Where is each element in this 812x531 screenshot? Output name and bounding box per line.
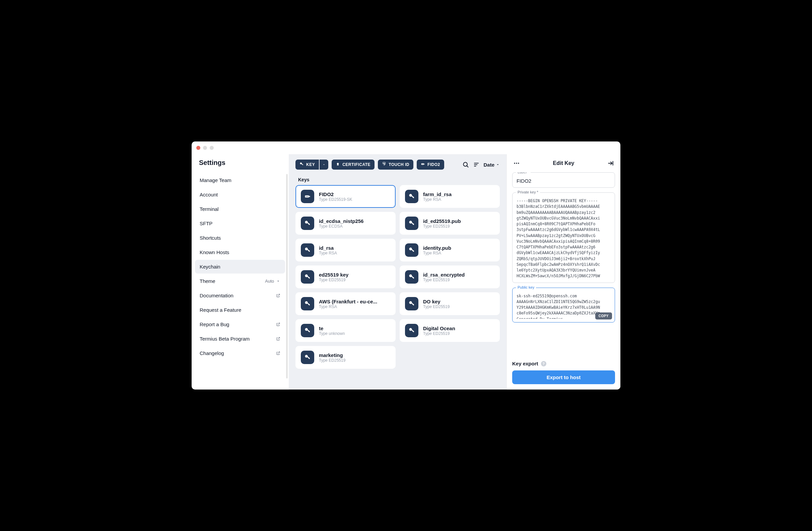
- key-type: Type ED25519: [423, 331, 455, 336]
- svg-rect-10: [474, 163, 479, 164]
- key-icon: [301, 297, 314, 310]
- svg-rect-14: [309, 196, 310, 197]
- help-icon[interactable]: ?: [541, 361, 546, 366]
- key-card[interactable]: DO key Type ED25519: [400, 292, 500, 315]
- sidebar-item-keychain[interactable]: Keychain: [195, 260, 285, 274]
- sidebar-item-terminal[interactable]: Terminal: [195, 202, 285, 216]
- key-name: AWS (Frankfurt - eu-ce...: [319, 299, 377, 304]
- key-icon: [405, 270, 418, 284]
- add-key-button[interactable]: KEY: [295, 159, 319, 170]
- key-type: Type ED25519: [423, 278, 465, 282]
- close-window-button[interactable]: [196, 146, 200, 150]
- key-card[interactable]: farm_id_rsa Type RSA: [400, 185, 500, 208]
- key-card[interactable]: id_ed25519.pub Type ED25519: [400, 212, 500, 235]
- external-link-icon: [276, 337, 280, 341]
- sort-select[interactable]: Date: [483, 162, 500, 168]
- sidebar-item-label: Changelog: [200, 350, 224, 356]
- public-key-field[interactable]: Public key sk-ssh-ed25519@openssh.com AA…: [512, 288, 615, 322]
- search-icon[interactable]: [462, 161, 469, 168]
- svg-rect-1: [301, 163, 303, 165]
- sidebar-item-request-a-feature[interactable]: Request a Feature: [195, 303, 285, 317]
- svg-rect-27: [307, 249, 310, 252]
- svg-point-54: [516, 163, 517, 164]
- sidebar-item-label: Theme: [200, 278, 215, 284]
- svg-rect-18: [411, 195, 414, 198]
- key-card[interactable]: id_rsa_encrypted Type ED25519: [400, 266, 500, 288]
- sidebar-item-label: Documentation: [200, 293, 233, 298]
- chip-label: KEY: [306, 162, 315, 167]
- key-name: FIDO2: [319, 192, 352, 197]
- sidebar-item-documentation[interactable]: Documentation: [195, 289, 285, 302]
- add-key-dropdown[interactable]: [320, 159, 328, 170]
- sort-label: Date: [483, 162, 494, 168]
- key-card[interactable]: ed25519 key Type ED25519: [295, 266, 396, 288]
- private-key-field[interactable]: Private key * -----BEGIN OPENSSH PRIVATE…: [512, 192, 615, 283]
- sidebar-item-shortcuts[interactable]: Shortcuts: [195, 231, 285, 245]
- sidebar-item-label: Keychain: [200, 264, 220, 269]
- key-card[interactable]: Digital Ocean Type ED25519: [400, 319, 500, 342]
- svg-rect-13: [305, 195, 309, 198]
- sidebar-list: Manage TeamAccountTerminalSFTPShortcutsK…: [192, 173, 288, 386]
- copy-button[interactable]: COPY: [595, 312, 612, 320]
- svg-rect-5: [424, 164, 424, 164]
- svg-point-53: [514, 163, 515, 164]
- svg-rect-42: [411, 302, 414, 305]
- key-card[interactable]: id_ecdsa_nistp256 Type ECDSA: [295, 212, 396, 235]
- key-type: Type ECDSA: [319, 224, 363, 229]
- sidebar-item-theme[interactable]: ThemeAuto: [195, 274, 285, 288]
- sidebar-item-label: Terminal: [200, 206, 219, 212]
- more-icon[interactable]: [513, 159, 520, 167]
- sidebar-item-label: Known Hosts: [200, 249, 229, 255]
- key-name: farm_id_rsa: [423, 192, 452, 197]
- key-card[interactable]: identity.pub Type RSA: [400, 239, 500, 262]
- key-icon: [405, 190, 418, 203]
- key-card[interactable]: FIDO2 Type ED25519-SK: [295, 185, 396, 208]
- key-name: Digital Ocean: [423, 325, 455, 331]
- label-input[interactable]: [517, 178, 611, 184]
- sidebar-item-termius-beta-program[interactable]: Termius Beta Program: [195, 332, 285, 346]
- svg-rect-24: [411, 222, 414, 225]
- collapse-panel-icon[interactable]: [607, 159, 614, 167]
- sidebar-item-sftp[interactable]: SFTP: [195, 216, 285, 230]
- fido-icon: [421, 162, 425, 167]
- svg-point-15: [306, 196, 307, 197]
- sidebar-item-report-a-bug[interactable]: Report a Bug: [195, 318, 285, 331]
- add-certificate-button[interactable]: CERTIFICATE: [332, 159, 375, 170]
- sidebar-item-manage-team[interactable]: Manage Team: [195, 173, 285, 187]
- key-card[interactable]: id_rsa Type RSA: [295, 239, 396, 262]
- label-field[interactable]: Label *: [512, 172, 615, 188]
- key-icon: [405, 297, 418, 310]
- key-card[interactable]: marketing Type ED25519: [295, 346, 396, 369]
- sidebar-item-known-hosts[interactable]: Known Hosts: [195, 246, 285, 259]
- svg-rect-39: [307, 302, 310, 305]
- public-key-label: Public key: [516, 285, 536, 289]
- svg-rect-36: [411, 276, 414, 279]
- svg-point-55: [518, 163, 519, 164]
- key-card[interactable]: te Type unknown: [295, 319, 396, 342]
- private-key-value[interactable]: -----BEGIN OPENSSH PRIVATE KEY----- b3Bl…: [517, 198, 611, 279]
- maximize-window-button[interactable]: [210, 146, 214, 150]
- chip-label: CERTIFICATE: [342, 162, 371, 167]
- svg-line-9: [467, 166, 468, 167]
- key-name: DO key: [423, 299, 450, 304]
- chevron-down-icon: [322, 163, 325, 166]
- sidebar-item-account[interactable]: Account: [195, 188, 285, 201]
- key-icon: [300, 162, 304, 167]
- fido-icon: [301, 190, 314, 203]
- sidebar-item-changelog[interactable]: Changelog: [195, 346, 285, 360]
- add-touchid-button[interactable]: TOUCH ID: [378, 159, 414, 170]
- add-fido2-button[interactable]: FIDO2: [417, 159, 444, 170]
- toolbar: KEYCERTIFICATETOUCH IDFIDO2 Date: [289, 154, 507, 174]
- svg-point-50: [305, 355, 308, 358]
- key-type: Type RSA: [423, 197, 452, 202]
- sort-icon[interactable]: [473, 161, 480, 168]
- key-card[interactable]: AWS (Frankfurt - eu-ce... Type RSA: [295, 292, 396, 315]
- export-to-host-button[interactable]: Export to host: [512, 371, 615, 384]
- chevron-down-icon: [276, 279, 280, 283]
- key-name: id_ecdsa_nistp256: [319, 218, 363, 224]
- external-link-icon: [276, 351, 280, 355]
- minimize-window-button[interactable]: [203, 146, 207, 150]
- svg-rect-12: [474, 166, 476, 167]
- svg-rect-30: [411, 249, 414, 252]
- sidebar: Settings Manage TeamAccountTerminalSFTPS…: [192, 154, 289, 390]
